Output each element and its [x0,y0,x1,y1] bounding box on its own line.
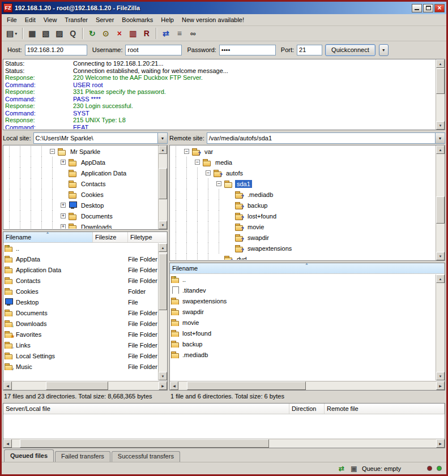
toggle-message-log-button[interactable]: ▦ [25,27,39,40]
scrollbar-thumb[interactable] [20,439,269,448]
local-file-row-contacts[interactable]: ContactsFile Folder [3,275,158,286]
scroll-right-button[interactable] [436,381,445,390]
expand-icon[interactable]: + [61,203,66,208]
remote-tree-item-backup[interactable]: ?backup [170,200,435,211]
local-file-row-documents[interactable]: DocumentsFile Folder [3,307,158,318]
minimize-button[interactable] [412,4,422,12]
remote-tree-item-sda1[interactable]: −sda1 [170,178,435,189]
expand-icon[interactable]: + [61,224,66,229]
remote-file-row-mediadb[interactable]: .mediadb [170,349,436,360]
remote-tree-item-var[interactable]: −?var [170,146,435,157]
queue-column-header-direction[interactable]: Direction [289,404,325,414]
local-tree-item-appdata[interactable]: +AppData [4,157,157,168]
menu-item-file[interactable]: File [3,15,21,25]
host-input[interactable] [25,45,87,55]
cancel-button[interactable]: × [113,27,126,40]
scroll-down-button[interactable] [436,252,445,260]
scroll-down-button[interactable] [436,372,445,380]
local-tree-item-application-data[interactable]: Application Data [4,168,157,178]
scroll-left-button[interactable] [3,439,12,448]
local-tree-item-contacts[interactable]: Contacts [4,178,157,189]
chevron-down-icon[interactable] [435,133,445,143]
toggle-local-tree-button[interactable]: ▧ [39,27,52,40]
scroll-up-button[interactable] [436,275,445,283]
site-manager-button[interactable]: ▤▾ [4,27,19,40]
local-file-row-desktop[interactable]: DesktopFile [3,297,158,307]
remote-file-row-swapextensions[interactable]: swapextensions [170,295,436,306]
local-file-row-links[interactable]: →LinksFile Folder [3,340,158,350]
local-list-hscrollbar[interactable] [3,381,167,390]
log-scrollbar[interactable] [436,59,445,130]
menu-item-help[interactable]: Help [157,15,178,25]
remote-file-row-swapdir[interactable]: swapdir [170,306,436,317]
local-column-header-filename[interactable]: Filename [3,232,93,242]
collapse-icon[interactable]: − [216,181,221,186]
tab-queued-files[interactable]: Queued files [4,449,54,462]
local-file-row-appdata[interactable]: AppDataFile Folder [3,254,158,264]
menu-item-bookmarks[interactable]: Bookmarks [118,15,157,25]
scroll-up-button[interactable] [436,59,445,68]
scrollbar-thumb[interactable] [46,381,108,390]
local-tree-item-desktop[interactable]: +Desktop [4,200,157,211]
remote-tree-item-swapextensions[interactable]: ?swapextensions [170,243,435,254]
refresh-button[interactable]: ↻ [86,27,99,40]
remote-list-scrollbar[interactable] [436,275,445,380]
menu-item-edit[interactable]: Edit [21,15,40,25]
quickconnect-dropdown-button[interactable] [379,44,389,56]
local-list-scrollbar[interactable] [158,243,167,380]
local-file-row-favorites[interactable]: ★FavoritesFile Folder [3,329,158,340]
collapse-icon[interactable]: − [206,170,211,175]
scroll-down-button[interactable] [436,121,445,130]
password-input[interactable] [219,45,276,55]
local-column-header-filetype[interactable]: Filetype [128,232,167,242]
local-file-row-application-data[interactable]: Application DataFile Folder [3,264,158,275]
queue-column-header-server-local-file[interactable]: Server/Local file [3,404,289,414]
local-file-row-local-settings[interactable]: Local SettingsFile Folder [3,350,158,361]
scroll-up-button[interactable] [436,145,445,154]
remote-tree-item-autofs[interactable]: −?autofs [170,168,435,178]
remote-file-row-backup[interactable]: backup [170,338,436,349]
close-button[interactable] [434,4,445,12]
scroll-up-button[interactable] [159,243,167,252]
menu-item-view[interactable]: View [40,15,61,25]
quickconnect-button[interactable]: Quickconnect [325,44,376,56]
process-queue-button[interactable]: ⊙ [99,27,112,40]
remote-list-hscrollbar[interactable] [170,381,445,390]
scroll-right-button[interactable] [159,381,167,390]
remote-column-header-filename[interactable]: Filename [170,263,445,273]
collapse-icon[interactable]: − [184,149,189,154]
menu-item-server[interactable]: Server [92,15,118,25]
local-file-row-music[interactable]: ♪MusicFile Folder [3,361,158,372]
local-tree-item-documents[interactable]: +Documents [4,211,157,221]
scrollbar-thumb[interactable] [187,381,306,390]
toggle-transfer-queue-button[interactable]: Q [66,27,79,40]
disconnect-button[interactable]: ▥ [126,27,139,40]
find-files-button[interactable]: ∞ [186,27,199,40]
local-column-header-filesize[interactable]: Filesize [93,232,128,242]
remote-tree-item-lost-found[interactable]: ?lost+found [170,211,435,221]
queue-column-header-remote-file[interactable]: Remote file [325,404,445,414]
local-file-row-downloads[interactable]: ↓DownloadsFile Folder [3,318,158,329]
local-file-row-parent[interactable]: ↑.. [3,243,158,254]
maximize-button[interactable] [423,4,433,12]
local-tree-item-cookies[interactable]: Cookies [4,189,157,200]
remote-site-combo[interactable]: /var/media/autofs/sda1 [207,132,445,144]
chevron-down-icon[interactable] [157,133,167,143]
queue-hscrollbar[interactable] [3,439,445,448]
local-site-combo[interactable]: C:\Users\Mr Sparkle\ [33,132,168,144]
collapse-icon[interactable]: − [195,160,200,165]
scrollbar-thumb[interactable] [159,254,167,310]
synchronized-browsing-button[interactable]: ⇄ [159,27,172,40]
tab-failed-transfers[interactable]: Failed transfers [55,451,110,462]
remote-tree-item-media[interactable]: −media [170,157,435,168]
scroll-down-button[interactable] [159,221,167,229]
remote-file-row-parent[interactable]: ↑.. [170,274,436,285]
remote-tree-item-dvd[interactable]: ?dvd [170,254,435,260]
remote-file-row-movie[interactable]: movie [170,317,436,328]
scroll-left-button[interactable] [170,381,178,390]
toggle-remote-tree-button[interactable]: ▨ [53,27,66,40]
scrollbar-thumb[interactable] [159,168,167,199]
username-input[interactable] [125,45,182,55]
collapse-icon[interactable]: − [50,149,55,154]
tab-successful-transfers[interactable]: Successful transfers [112,451,180,462]
